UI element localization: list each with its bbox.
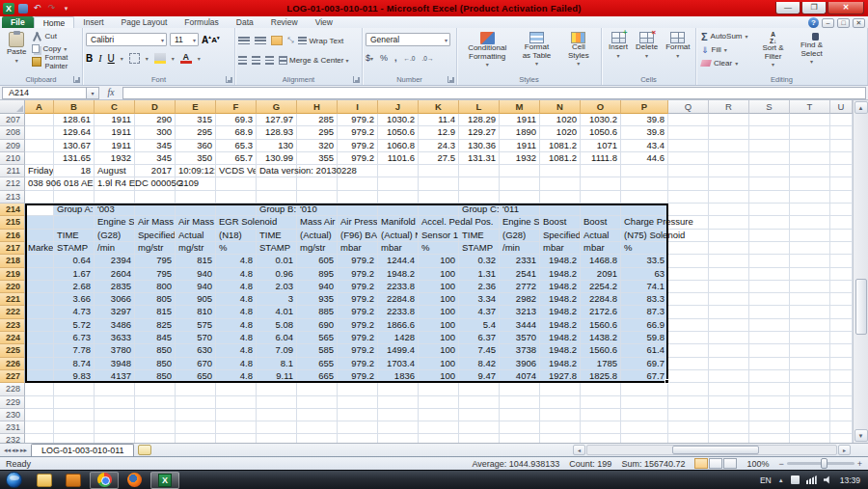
cell-L207[interactable]: 128.29 <box>459 114 500 126</box>
cell-P228[interactable] <box>621 383 668 395</box>
borders-icon[interactable] <box>129 53 140 64</box>
column-header-F[interactable]: F <box>216 100 257 114</box>
cell-G218[interactable]: 0.01 <box>257 255 297 267</box>
cell-T231[interactable] <box>790 421 830 434</box>
cell-O222[interactable]: 2172.6 <box>581 306 621 318</box>
cell-F225[interactable]: 4.8 <box>216 344 257 357</box>
cell-Q224[interactable] <box>668 332 709 344</box>
cell-O212[interactable] <box>581 177 621 190</box>
cell-I227[interactable]: 979.2 <box>338 370 378 383</box>
cell-T218[interactable] <box>790 255 830 267</box>
formula-input[interactable] <box>122 87 866 99</box>
column-header-D[interactable]: D <box>135 100 176 114</box>
media-app-icon[interactable] <box>66 474 81 487</box>
cell-P220[interactable]: 74.1 <box>621 281 668 293</box>
cell-I216[interactable]: (F96) BAR <box>338 230 378 242</box>
cell-L223[interactable]: 5.4 <box>459 319 500 332</box>
cell-F218[interactable]: 4.8 <box>216 255 257 267</box>
name-box[interactable]: A214 <box>2 87 87 99</box>
cell-N208[interactable]: 1020 <box>540 126 581 139</box>
cell-F214[interactable] <box>216 204 257 216</box>
cell-F230[interactable] <box>216 409 257 421</box>
cell-A215[interactable] <box>25 216 54 229</box>
page-break-view-icon[interactable] <box>723 458 737 469</box>
column-header-O[interactable]: O <box>581 100 621 114</box>
cell-U225[interactable] <box>830 344 853 357</box>
cell-U208[interactable] <box>830 126 853 139</box>
cell-A220[interactable] <box>25 281 54 293</box>
cell-Q222[interactable] <box>668 306 709 318</box>
cell-K211[interactable] <box>419 165 459 177</box>
orientation-icon[interactable]: ⤡ <box>287 36 293 45</box>
cell-A232[interactable] <box>25 434 54 443</box>
cell-N210[interactable]: 1081.2 <box>540 152 581 165</box>
cell-F224[interactable]: 4.8 <box>216 332 257 344</box>
row-header-208[interactable]: 208 <box>0 126 25 139</box>
cell-B211[interactable]: 18 <box>54 165 95 177</box>
name-box-dropdown-icon[interactable]: ▾ <box>87 87 99 99</box>
cell-B219[interactable]: 1.67 <box>54 268 95 281</box>
autosum-button[interactable]: ΣAutoSum▾ <box>699 30 750 42</box>
cell-T221[interactable] <box>790 293 830 306</box>
cell-L225[interactable]: 7.45 <box>459 344 500 357</box>
cell-L221[interactable]: 3.34 <box>459 293 500 306</box>
cell-J229[interactable] <box>378 396 419 409</box>
cell-O223[interactable]: 1560.6 <box>581 319 621 332</box>
cell-H227[interactable]: 665 <box>297 370 338 383</box>
minimize-button[interactable]: — <box>775 2 800 14</box>
number-format-select[interactable]: General▾ <box>366 33 450 46</box>
cell-G212[interactable] <box>257 177 297 190</box>
row-header-217[interactable]: 217 <box>0 242 25 255</box>
cell-O209[interactable]: 1071 <box>581 140 621 152</box>
cell-E218[interactable]: 815 <box>176 255 216 267</box>
cell-S230[interactable] <box>749 409 790 421</box>
cell-N214[interactable] <box>540 204 581 216</box>
cell-H208[interactable]: 295 <box>297 126 338 139</box>
row-header-215[interactable]: 215 <box>0 216 25 229</box>
row-header-209[interactable]: 209 <box>0 140 25 152</box>
cell-L222[interactable]: 4.37 <box>459 306 500 318</box>
cell-R207[interactable] <box>709 114 749 126</box>
cell-Q214[interactable] <box>668 204 709 216</box>
grow-font-icon[interactable]: A▴ <box>202 35 208 45</box>
cell-K207[interactable]: 11.4 <box>419 114 459 126</box>
cell-O231[interactable] <box>581 421 621 434</box>
cell-O224[interactable]: 1438.2 <box>581 332 621 344</box>
column-header-L[interactable]: L <box>459 100 500 114</box>
cell-P231[interactable] <box>621 421 668 434</box>
cell-H216[interactable]: (Actual) <box>297 230 338 242</box>
cell-O221[interactable]: 2284.8 <box>581 293 621 306</box>
row-header-222[interactable]: 222 <box>0 306 25 318</box>
cell-C214[interactable]: '003 <box>95 204 135 216</box>
cell-J230[interactable] <box>378 409 419 421</box>
wrap-text-button[interactable]: Wrap Text <box>298 37 343 45</box>
cell-K209[interactable]: 24.3 <box>419 140 459 152</box>
cell-T214[interactable] <box>790 204 830 216</box>
cell-J219[interactable]: 1948.2 <box>378 268 419 281</box>
cell-C224[interactable]: 3633 <box>95 332 135 344</box>
cell-N221[interactable]: 1948.2 <box>540 293 581 306</box>
cell-U213[interactable] <box>830 191 853 204</box>
cell-E231[interactable] <box>176 421 216 434</box>
row-header-214[interactable]: 214 <box>0 204 25 216</box>
cell-H221[interactable]: 935 <box>297 293 338 306</box>
cell-U228[interactable] <box>830 383 853 395</box>
firefox-icon[interactable] <box>127 473 142 487</box>
clear-button[interactable]: Clear▾ <box>699 57 750 69</box>
cell-L211[interactable] <box>459 165 500 177</box>
cell-S232[interactable] <box>749 434 790 443</box>
cell-S221[interactable] <box>749 293 790 306</box>
cell-Q208[interactable] <box>668 126 709 139</box>
vertical-scrollbar[interactable]: ▲ ▼ <box>853 100 868 443</box>
cell-T227[interactable] <box>790 370 830 383</box>
cell-Q223[interactable] <box>668 319 709 332</box>
cell-J218[interactable]: 1244.4 <box>378 255 419 267</box>
cell-S208[interactable] <box>749 126 790 139</box>
cell-A214[interactable] <box>25 204 54 216</box>
cell-N228[interactable] <box>540 383 581 395</box>
cell-I217[interactable]: mbar <box>338 242 378 255</box>
cell-D217[interactable]: mg/str <box>135 242 176 255</box>
cell-K210[interactable]: 27.5 <box>419 152 459 165</box>
cell-T209[interactable] <box>790 140 830 152</box>
cell-N219[interactable]: 1948.2 <box>540 268 581 281</box>
